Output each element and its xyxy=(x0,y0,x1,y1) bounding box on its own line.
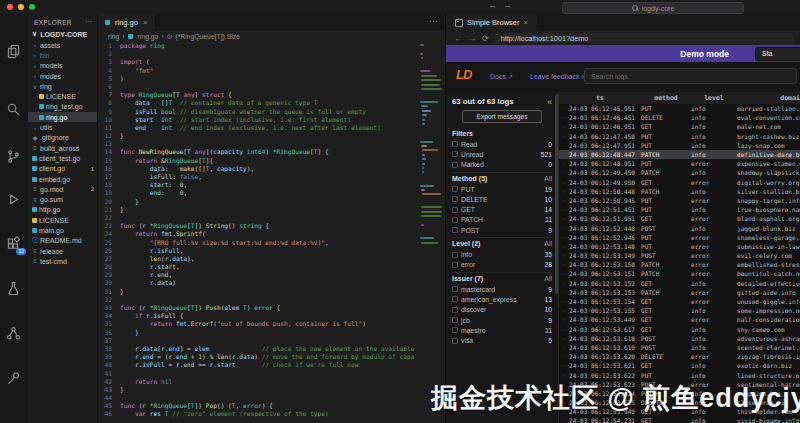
url-input[interactable]: http://localhost:1001?demo xyxy=(495,33,793,43)
log-row[interactable]: ·24-03 06:12:53.620DELETEerrorzigzag-fib… xyxy=(559,352,800,361)
checkbox-icon[interactable] xyxy=(452,252,458,258)
column-header-level[interactable]: level xyxy=(691,94,737,102)
facet-filter-PUT[interactable]: PUT19 xyxy=(452,184,552,194)
checkbox-icon[interactable] xyxy=(452,338,458,344)
tab-simple-browser[interactable]: Simple Browser × xyxy=(446,14,537,31)
checkbox-icon[interactable] xyxy=(452,196,458,202)
workspace-root[interactable]: ∨ LOGDY-CORE xyxy=(28,28,97,40)
tree-item-client.go[interactable]: client.go1 xyxy=(28,164,97,174)
tree-item-http.go[interactable]: http.go xyxy=(28,205,97,215)
facet-filter-DELETE[interactable]: DELETE10 xyxy=(452,194,552,204)
facet-filter-POST[interactable]: POST9 xyxy=(452,225,552,235)
log-row[interactable]: ·24-03 06:12:50.448PATCHinfosilver-stall… xyxy=(559,187,800,196)
source-control-icon[interactable] xyxy=(6,149,22,165)
back-icon[interactable]: ← xyxy=(488,0,503,10)
tree-item-go.mod[interactable]: ≡go.mod2 xyxy=(28,184,97,194)
facet-filter-maestro[interactable]: maestro11 xyxy=(452,325,552,335)
log-row[interactable]: ·24-03 06:12:53.153PATCHerrorgifted-aide… xyxy=(559,288,800,297)
log-row[interactable]: ·24-03 06:12:53.621GETinfoexotic-darn.bi… xyxy=(559,361,800,370)
code-area[interactable]: 1234567891011121314151617181920212223242… xyxy=(98,42,446,423)
log-row[interactable]: ·24-03 06:12:52.448POSTinfojagged-blank.… xyxy=(559,223,800,232)
log-row[interactable]: ·24-03 06:12:53.155GETinfosome-impressio… xyxy=(559,306,800,315)
facet-filter-discover[interactable]: discover10 xyxy=(452,305,552,315)
browser-reload-icon[interactable]: ⟳ xyxy=(482,34,489,43)
status-filter-Read[interactable]: Read0 xyxy=(452,139,552,149)
log-row[interactable]: ·24-03 06:12:54.231GETinfovivid-bigamy.i… xyxy=(559,416,800,423)
log-row[interactable]: ·24-03 06:12:49.950GETerrordigital-worry… xyxy=(559,178,800,187)
checkbox-icon[interactable] xyxy=(452,207,458,213)
tree-item-utils[interactable]: ›utils xyxy=(28,122,97,132)
facet-filter-info[interactable]: info35 xyxy=(452,249,552,259)
log-row[interactable]: ·24-03 06:12:53.148PUTerrorsubmissive-in… xyxy=(559,242,800,251)
log-search-input[interactable] xyxy=(584,68,797,84)
checkbox-icon[interactable] xyxy=(452,307,458,313)
checkbox-icon[interactable] xyxy=(452,227,458,233)
log-row[interactable]: ·24-03 06:12:48.951PUTerrorexpensive-sta… xyxy=(559,159,800,168)
feedback-link[interactable]: Leave feedback ✉ xyxy=(530,73,586,80)
browser-forward-icon[interactable]: → xyxy=(468,34,476,43)
column-header-ts[interactable]: ts xyxy=(559,94,641,102)
log-row[interactable]: ·24-03 06:12:53.152GETinfodetailed-effec… xyxy=(559,279,800,288)
log-row[interactable]: ·24-03 06:12:53.619POSTinfoscented-clari… xyxy=(559,343,800,352)
column-header-method[interactable]: method xyxy=(641,94,691,102)
log-row[interactable]: ·24-03 06:12:51.951GETerrorbland-asphalt… xyxy=(559,214,800,223)
tree-item-embed.go[interactable]: embed.go xyxy=(28,174,97,184)
tree-item-test-cmd[interactable]: ≡test-cmd xyxy=(28,256,97,266)
tree-item-main.go[interactable]: main.go xyxy=(28,225,97,235)
log-row[interactable]: ·24-03 06:12:46.451DELETEinfooval-conven… xyxy=(559,113,800,122)
close-tab-icon[interactable]: × xyxy=(143,18,148,27)
tree-item-release[interactable]: ≡release xyxy=(28,246,97,256)
facet-all-link[interactable]: All xyxy=(544,240,552,247)
forward-icon[interactable]: → xyxy=(503,0,518,10)
tree-item-LICENSE[interactable]: LICENSE xyxy=(28,215,97,225)
log-row[interactable]: ·24-03 06:12:51.451PUTinfotrue-biosphere… xyxy=(559,205,800,214)
maximize-window-button[interactable] xyxy=(29,4,35,10)
log-row[interactable]: ·24-03 06:12:53.622PUTinfolined-structur… xyxy=(559,370,800,379)
run-debug-icon[interactable] xyxy=(6,192,22,208)
search-icon[interactable] xyxy=(6,102,22,118)
docs-link[interactable]: Docs ↗ xyxy=(490,73,513,80)
log-row[interactable]: ·24-03 06:12:53.154GETerrorunused-giggle… xyxy=(559,297,800,306)
log-row[interactable]: ·24-03 06:12:53.449GETerrorhalf-consider… xyxy=(559,315,800,324)
log-row[interactable]: ·24-03 06:12:53.150PATCHerrorembellished… xyxy=(559,260,800,269)
browser-back-icon[interactable]: ← xyxy=(454,34,462,43)
command-center-search[interactable]: logdy-core xyxy=(562,2,744,14)
log-row[interactable]: ·24-03 06:12:53.618POSTinfoadventurous-a… xyxy=(559,334,800,343)
checkbox-icon[interactable] xyxy=(452,186,458,192)
testing-icon[interactable] xyxy=(6,281,22,297)
minimize-window-button[interactable] xyxy=(18,4,24,10)
status-filter-Unread[interactable]: Unread521 xyxy=(452,149,552,159)
export-messages-button[interactable]: Export messages xyxy=(462,110,542,123)
checkbox-icon[interactable] xyxy=(452,286,458,292)
tab-ring-go[interactable]: ring.go × xyxy=(98,14,156,31)
checkbox-icon[interactable] xyxy=(452,141,458,147)
facet-filter-visa[interactable]: visa5 xyxy=(452,335,552,345)
extensions-icon[interactable]: 12 xyxy=(6,236,22,252)
log-row[interactable]: ·24-03 06:12:48.447PATCHinfodefinitive-d… xyxy=(559,150,800,159)
facet-all-link[interactable]: All xyxy=(544,275,552,282)
log-row[interactable]: ·24-03 06:12:45.951PUTinfomarried-stalli… xyxy=(559,104,800,113)
tree-item-README.md[interactable]: ⓘREADME.md xyxy=(28,236,97,246)
log-row[interactable]: ·24-03 06:12:49.450PATCHinfoshadowy-slap… xyxy=(559,168,800,177)
tools-icon[interactable] xyxy=(6,371,22,387)
explorer-actions-icon[interactable]: ⋯ xyxy=(85,18,92,26)
log-row[interactable]: ·24-03 06:12:50.945PUTerrorsnappy-target… xyxy=(559,196,800,205)
tree-item-ring_test.go[interactable]: ring_test.go xyxy=(28,102,97,112)
log-row[interactable]: ·24-03 06:12:52.946PUTerrorshameless-gar… xyxy=(559,233,800,242)
breadcrumb[interactable]: ring› ring.go› ⊙ (*RingQueue[T]).Size xyxy=(98,31,446,42)
tree-item-go.sum[interactable]: ≡go.sum xyxy=(28,194,97,204)
log-row[interactable]: ·24-03 06:12:47.450PUTinfobright-cashew.… xyxy=(559,132,800,141)
facet-filter-mastercard[interactable]: mastercard9 xyxy=(452,284,552,294)
facet-filter-jcb[interactable]: jcb9 xyxy=(452,315,552,325)
log-row[interactable]: ·24-03 06:12:53.151PATCHerrorbountiful-c… xyxy=(559,269,800,278)
checkbox-icon[interactable] xyxy=(452,217,458,223)
close-window-button[interactable] xyxy=(7,4,13,10)
status-filter-Marked[interactable]: Marked0 xyxy=(452,160,552,170)
log-row[interactable]: ·24-03 06:12:47.951PUTinfolazy-snap.com xyxy=(559,141,800,150)
facet-filter-american_express[interactable]: american_express13 xyxy=(452,294,552,304)
tree-item-modes[interactable]: ›modes xyxy=(28,71,97,81)
checkbox-icon[interactable] xyxy=(452,296,458,302)
facet-all-link[interactable]: All xyxy=(544,175,552,182)
tree-item-bin[interactable]: ›bin xyxy=(28,50,97,60)
banner-start-button[interactable]: Sta xyxy=(755,47,800,61)
